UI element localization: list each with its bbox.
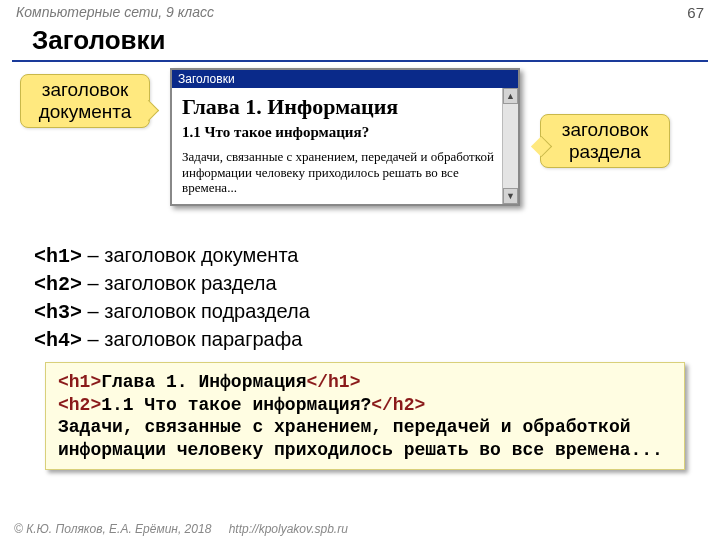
callout-doc-heading: заголовок документа [20,74,150,128]
def-row: <h1> – заголовок документа [34,242,686,270]
tag-h4: <h4> [34,329,82,352]
def-row: <h4> – заголовок параграфа [34,326,686,354]
page-title: Заголовки [12,21,708,62]
copyright: © К.Ю. Поляков, Е.А. Ерёмин, 2018 [14,522,211,536]
tag-close: </h1> [306,372,360,392]
browser-body: Глава 1. Информация 1.1 Что такое информ… [172,88,518,204]
code-text: 1.1 Что такое информация? [101,395,371,415]
def-row: <h3> – заголовок подраздела [34,298,686,326]
tag-h1: <h1> [34,245,82,268]
def-h2: – заголовок раздела [82,272,277,294]
tag-open: <h1> [58,372,101,392]
code-line-1: <h1>Глава 1. Информация</h1> [58,371,672,394]
def-row: <h2> – заголовок раздела [34,270,686,298]
heading-definitions: <h1> – заголовок документа <h2> – заголо… [34,242,686,354]
preview-paragraph: Задачи, связанные с хранением, передачей… [182,149,508,196]
code-example: <h1>Глава 1. Информация</h1> <h2>1.1 Что… [45,362,685,470]
page-number: 67 [687,4,704,21]
code-line-2: <h2>1.1 Что такое информация?</h2> [58,394,672,417]
code-line-3: Задачи, связанные с хранением, передачей… [58,416,672,461]
scrollbar[interactable]: ▲ ▼ [502,88,518,204]
scroll-down-icon[interactable]: ▼ [503,188,518,204]
tag-close: </h2> [371,395,425,415]
scroll-up-icon[interactable]: ▲ [503,88,518,104]
callout-section-heading: заголовок раздела [540,114,670,168]
browser-preview: Заголовки Глава 1. Информация 1.1 Что та… [170,68,520,206]
footer: © К.Ю. Поляков, Е.А. Ерёмин, 2018 http:/… [14,522,348,536]
browser-titlebar: Заголовки [172,70,518,88]
footer-url: http://kpolyakov.spb.ru [229,522,348,536]
preview-h2: 1.1 Что такое информация? [182,124,508,141]
def-h1: – заголовок документа [82,244,298,266]
def-h4: – заголовок параграфа [82,328,302,350]
code-text: Глава 1. Информация [101,372,306,392]
course-label: Компьютерные сети, 9 класс [16,4,214,21]
tag-open: <h2> [58,395,101,415]
tag-h3: <h3> [34,301,82,324]
preview-h1: Глава 1. Информация [182,94,508,120]
def-h3: – заголовок подраздела [82,300,310,322]
tag-h2: <h2> [34,273,82,296]
